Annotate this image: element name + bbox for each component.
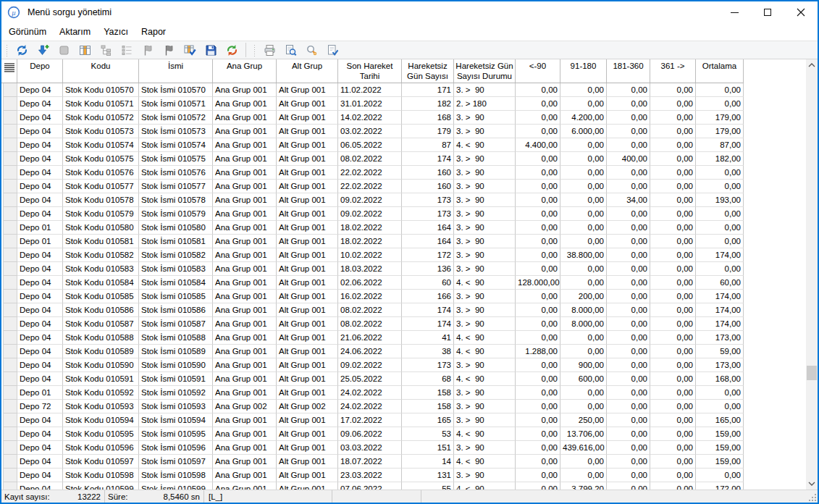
cell-ismi[interactable]: Stok İsmi 010574 <box>139 138 213 152</box>
cell-91-180[interactable]: 600,00 <box>560 372 607 386</box>
cell-lt-90[interactable]: 0,00 <box>516 358 560 372</box>
cell-91-180[interactable]: 8.000,00 <box>560 303 607 317</box>
cell-ortalama[interactable]: 0,00 <box>696 235 744 248</box>
cell-kodu[interactable]: Stok Kodu 010585 <box>63 290 139 303</box>
table-row[interactable]: Depo 04Stok Kodu 010570Stok İsmi 010570A… <box>1 83 806 97</box>
cell-alt-grup[interactable]: Alt Grup 001 <box>277 221 338 235</box>
cell-ortalama[interactable]: 159,00 <box>696 441 744 455</box>
cell-kodu[interactable]: Stok Kodu 010590 <box>63 358 139 372</box>
cell-hareketsiz-gun-sayisi[interactable]: 158 <box>402 400 454 413</box>
column-header-alt-grup[interactable]: Alt Grup <box>277 59 338 83</box>
row-header[interactable] <box>3 303 17 317</box>
cell-durum[interactable]: 3. > 90 <box>454 180 516 193</box>
cell-lt-90[interactable]: 0,00 <box>516 235 560 248</box>
cell-361-up[interactable]: 0,00 <box>650 358 696 372</box>
cell-91-180[interactable]: 439.616,00 <box>560 441 607 455</box>
row-header[interactable] <box>3 276 17 290</box>
cell-durum[interactable]: 3. > 90 <box>454 221 516 235</box>
cell-91-180[interactable]: 0,00 <box>560 400 607 413</box>
column-header-ismi[interactable]: İsmi <box>139 59 213 83</box>
cell-kodu[interactable]: Stok Kodu 010580 <box>63 221 139 235</box>
cell-son-hareket-tarihi[interactable]: 09.06.2022 <box>338 427 402 441</box>
cell-361-up[interactable]: 0,00 <box>650 138 696 152</box>
cell-durum[interactable]: 4. < 90 <box>454 482 516 490</box>
column-header-181-360[interactable]: 181-360 <box>607 59 650 83</box>
cell-hareketsiz-gun-sayisi[interactable]: 55 <box>402 482 454 490</box>
cell-ana-grup[interactable]: Ana Grup 001 <box>213 97 277 111</box>
cell-lt-90[interactable]: 0,00 <box>516 180 560 193</box>
cell-ortalama[interactable]: 172,00 <box>696 482 744 490</box>
cell-181-360[interactable]: 0,00 <box>607 262 650 276</box>
cell-lt-90[interactable]: 0,00 <box>516 413 560 427</box>
cell-depo[interactable]: Depo 04 <box>17 290 63 303</box>
cell-durum[interactable]: 3. > 90 <box>454 400 516 413</box>
cell-depo[interactable]: Depo 04 <box>17 427 63 441</box>
cell-ismi[interactable]: Stok İsmi 010585 <box>139 290 213 303</box>
cell-91-180[interactable]: 0,00 <box>560 166 607 180</box>
cell-91-180[interactable]: 0,00 <box>560 83 607 97</box>
cell-alt-grup[interactable]: Alt Grup 001 <box>277 276 338 290</box>
cell-181-360[interactable]: 0,00 <box>607 455 650 469</box>
table-row[interactable]: Depo 04Stok Kodu 010588Stok İsmi 010588A… <box>1 331 806 345</box>
row-header[interactable] <box>3 455 17 469</box>
cell-361-up[interactable]: 0,00 <box>650 83 696 97</box>
cell-ortalama[interactable]: 159,00 <box>696 427 744 441</box>
cell-alt-grup[interactable]: Alt Grup 001 <box>277 193 338 207</box>
cell-ismi[interactable]: Stok İsmi 010592 <box>139 386 213 400</box>
cell-ismi[interactable]: Stok İsmi 010594 <box>139 413 213 427</box>
cell-ortalama[interactable]: 0,00 <box>696 207 744 221</box>
cell-durum[interactable]: 3. > 90 <box>454 413 516 427</box>
cell-hareketsiz-gun-sayisi[interactable]: 60 <box>402 276 454 290</box>
cell-son-hareket-tarihi[interactable]: 08.02.2022 <box>338 317 402 331</box>
cell-361-up[interactable]: 0,00 <box>650 482 696 490</box>
cell-lt-90[interactable]: 0,00 <box>516 83 560 97</box>
cell-lt-90[interactable]: 0,00 <box>516 317 560 331</box>
cell-durum[interactable]: 3. > 90 <box>454 358 516 372</box>
cell-son-hareket-tarihi[interactable]: 22.02.2022 <box>338 166 402 180</box>
cell-kodu[interactable]: Stok Kodu 010588 <box>63 331 139 345</box>
cell-kodu[interactable]: Stok Kodu 010594 <box>63 413 139 427</box>
cell-91-180[interactable]: 0,00 <box>560 152 607 166</box>
cell-91-180[interactable]: 0,00 <box>560 138 607 152</box>
cell-kodu[interactable]: Stok Kodu 010587 <box>63 317 139 331</box>
cell-kodu[interactable]: Stok Kodu 010576 <box>63 166 139 180</box>
cell-kodu[interactable]: Stok Kodu 010577 <box>63 180 139 193</box>
cell-ismi[interactable]: Stok İsmi 010589 <box>139 345 213 358</box>
cell-ismi[interactable]: Stok İsmi 010588 <box>139 331 213 345</box>
cell-361-up[interactable]: 0,00 <box>650 221 696 235</box>
cell-ismi[interactable]: Stok İsmi 010593 <box>139 400 213 413</box>
cell-hareketsiz-gun-sayisi[interactable]: 173 <box>402 358 454 372</box>
cell-ortalama[interactable]: 168,00 <box>696 372 744 386</box>
cell-ana-grup[interactable]: Ana Grup 001 <box>213 180 277 193</box>
table-row[interactable]: Depo 04Stok Kodu 010573Stok İsmi 010573A… <box>1 125 806 138</box>
table-row[interactable]: Depo 04Stok Kodu 010576Stok İsmi 010576A… <box>1 166 806 180</box>
cell-durum[interactable]: 3. > 90 <box>454 111 516 125</box>
cell-ortalama[interactable]: 0,00 <box>696 386 744 400</box>
cell-hareketsiz-gun-sayisi[interactable]: 164 <box>402 235 454 248</box>
row-header[interactable] <box>3 166 17 180</box>
cell-91-180[interactable]: 0,00 <box>560 276 607 290</box>
cell-alt-grup[interactable]: Alt Grup 001 <box>277 248 338 262</box>
cell-181-360[interactable]: 0,00 <box>607 331 650 345</box>
cell-lt-90[interactable]: 0,00 <box>516 455 560 469</box>
cell-ortalama[interactable]: 179,00 <box>696 125 744 138</box>
cell-181-360[interactable]: 0,00 <box>607 441 650 455</box>
cell-kodu[interactable]: Stok Kodu 010571 <box>63 97 139 111</box>
cell-depo[interactable]: Depo 04 <box>17 207 63 221</box>
cell-ismi[interactable]: Stok İsmi 010583 <box>139 262 213 276</box>
row-header[interactable] <box>3 125 17 138</box>
table-row[interactable]: Depo 04Stok Kodu 010579Stok İsmi 010579A… <box>1 207 806 221</box>
table-row[interactable]: Depo 04Stok Kodu 010575Stok İsmi 010575A… <box>1 152 806 166</box>
cell-181-360[interactable]: 0,00 <box>607 317 650 331</box>
row-header[interactable] <box>3 262 17 276</box>
resize-grip-icon[interactable] <box>809 494 817 502</box>
cell-depo[interactable]: Depo 04 <box>17 455 63 469</box>
cell-91-180[interactable]: 13.706,00 <box>560 427 607 441</box>
cell-361-up[interactable]: 0,00 <box>650 111 696 125</box>
cell-91-180[interactable]: 0,00 <box>560 386 607 400</box>
column-header-ana-grup[interactable]: Ana Grup <box>213 59 277 83</box>
cell-alt-grup[interactable]: Alt Grup 001 <box>277 290 338 303</box>
cell-ismi[interactable]: Stok İsmi 010581 <box>139 235 213 248</box>
column-header-ortalama[interactable]: Ortalama <box>696 59 744 83</box>
table-row[interactable]: Depo 04Stok Kodu 010595Stok İsmi 010595A… <box>1 427 806 441</box>
